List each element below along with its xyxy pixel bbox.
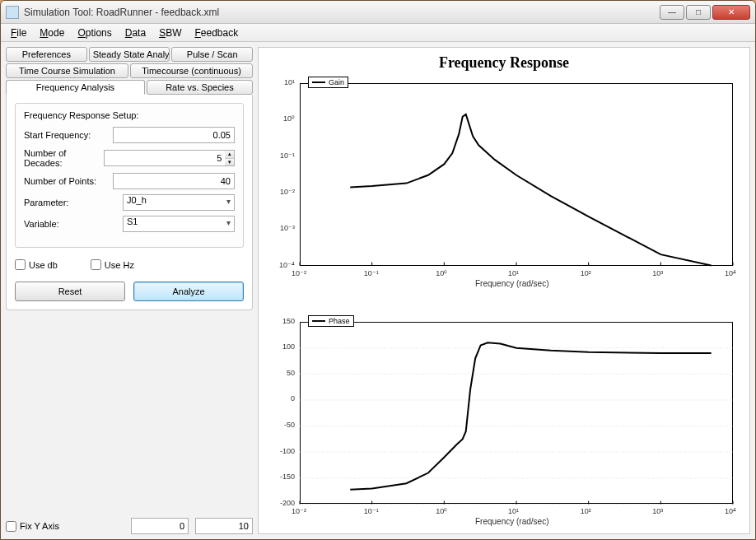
decades-spinner[interactable]: ▲▼ [225, 150, 235, 166]
x-axis-label: Frequency (rad/sec) [475, 279, 548, 288]
menu-options[interactable]: Options [71, 26, 118, 40]
menubar: File Mode Options Data SBW Feedback [1, 24, 755, 42]
tab-pulse-scan[interactable]: Pulse / Scan [171, 47, 253, 62]
decades-label: Number of Decades: [24, 148, 104, 168]
tab-rate-species[interactable]: Rate vs. Species [147, 80, 253, 95]
ymin-input[interactable] [131, 518, 189, 534]
start-freq-input[interactable] [113, 127, 235, 143]
window-title: Simulation Tool: RoadRunner - feedback.x… [24, 7, 660, 18]
tab-preferences[interactable]: Preferences [6, 47, 87, 62]
reset-button[interactable]: Reset [15, 282, 125, 301]
chart-area: Gain10⁻⁴10⁻³10⁻²10⁻¹10⁰10¹10⁻²10⁻¹10⁰10¹… [267, 77, 741, 528]
parameter-select[interactable]: J0_h [123, 194, 235, 211]
chart-title: Frequency Response [267, 54, 741, 72]
close-button[interactable]: ✕ [712, 5, 750, 20]
chart-panel: Frequency Response Gain10⁻⁴10⁻³10⁻²10⁻¹1… [258, 47, 750, 534]
points-input[interactable] [113, 173, 235, 189]
form-panel: Frequency Response Setup: Start Frequenc… [6, 95, 253, 310]
use-db-checkbox[interactable]: Use db [15, 259, 58, 270]
tab-steady-state[interactable]: Steady State Analysis [89, 47, 170, 62]
minimize-button[interactable]: — [660, 5, 684, 20]
tab-timecourse-sim[interactable]: Time Course Simulation [6, 63, 128, 78]
tab-timecourse-cont[interactable]: Timecourse (continuous) [130, 63, 253, 78]
app-window: Simulation Tool: RoadRunner - feedback.x… [0, 0, 756, 540]
decades-input[interactable] [104, 150, 225, 166]
menu-sbw[interactable]: SBW [152, 26, 188, 40]
ymax-input[interactable] [195, 518, 253, 534]
variable-select[interactable]: S1 [123, 216, 235, 232]
titlebar[interactable]: Simulation Tool: RoadRunner - feedback.x… [1, 1, 755, 24]
maximize-button[interactable]: □ [686, 5, 711, 20]
fix-y-checkbox[interactable]: Fix Y Axis [6, 521, 59, 532]
variable-label: Variable: [24, 219, 123, 229]
left-panel: Preferences Steady State Analysis Pulse … [6, 47, 253, 534]
app-icon [6, 6, 19, 19]
menu-file[interactable]: File [4, 26, 33, 40]
points-label: Number of Points: [24, 176, 113, 186]
x-axis-label: Frequency (rad/sec) [475, 517, 548, 526]
use-hz-checkbox[interactable]: Use Hz [91, 259, 134, 270]
start-freq-label: Start Frequency: [24, 130, 113, 140]
parameter-label: Parameter: [24, 198, 123, 207]
form-group-title: Frequency Response Setup: [24, 110, 235, 120]
tab-frequency-analysis[interactable]: Frequency Analysis [6, 80, 145, 95]
menu-mode[interactable]: Mode [33, 26, 71, 40]
menu-data[interactable]: Data [119, 26, 152, 40]
menu-feedback[interactable]: Feedback [188, 26, 245, 40]
analyze-button[interactable]: Analyze [133, 282, 244, 301]
